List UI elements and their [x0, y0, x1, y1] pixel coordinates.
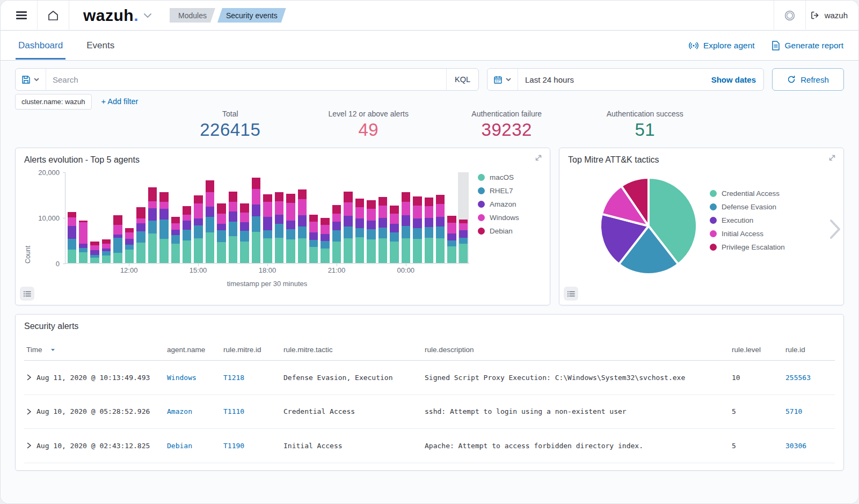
bar-segment-macos[interactable] [113, 253, 122, 263]
bar-segment-macos[interactable] [413, 239, 421, 263]
bar-segment-debian[interactable] [113, 215, 122, 225]
legend-toggle-button[interactable] [20, 287, 34, 301]
bar-segment-macos[interactable] [90, 258, 99, 263]
bar-segment-macos[interactable] [344, 238, 352, 263]
bar-segment-rhel7[interactable] [459, 238, 468, 244]
bar-segment-amazon[interactable] [125, 239, 134, 245]
bar-segment-windows[interactable] [252, 189, 260, 204]
bar-segment-macos[interactable] [229, 236, 237, 263]
show-dates-button[interactable]: Show dates [704, 75, 763, 84]
bar-segment-windows[interactable] [240, 213, 249, 222]
explore-agent-button[interactable]: Explore agent [688, 40, 755, 51]
bar-segment-debian[interactable] [402, 192, 410, 202]
bar-segment-rhel7[interactable] [413, 228, 421, 239]
bar-segment-rhel7[interactable] [68, 239, 76, 249]
bar-segment-rhel7[interactable] [206, 217, 214, 232]
bar-segment-amazon[interactable] [171, 230, 180, 235]
bar-segment-debian[interactable] [148, 187, 157, 201]
cell-mitre_id[interactable]: T1190 [223, 442, 283, 450]
bar-segment-macos[interactable] [402, 238, 410, 263]
legend-item-amazon[interactable]: Amazon [478, 200, 541, 208]
bar-segment-rhel7[interactable] [390, 232, 398, 242]
expand-panel-button[interactable] [827, 153, 838, 164]
bar-segment-windows[interactable] [113, 225, 122, 235]
bar-segment-macos[interactable] [183, 240, 191, 263]
bar-segment-windows[interactable] [344, 202, 352, 216]
bar-segment-windows[interactable] [367, 209, 375, 221]
bar-segment-windows[interactable] [79, 222, 88, 244]
bar-segment-macos[interactable] [321, 249, 329, 263]
bar-segment-rhel7[interactable] [229, 222, 237, 236]
bar-segment-debian[interactable] [309, 215, 318, 222]
bar-segment-windows[interactable] [217, 214, 225, 224]
bar-segment-debian[interactable] [217, 203, 225, 214]
bar-segment-windows[interactable] [136, 218, 145, 223]
bar-segment-macos[interactable] [148, 233, 157, 263]
bar-segment-rhel7[interactable] [298, 227, 307, 239]
bar-segment-windows[interactable] [390, 214, 398, 224]
bar-segment-amazon[interactable] [321, 234, 329, 241]
bar-segment-windows[interactable] [447, 223, 456, 233]
column-header-time[interactable]: Time [26, 346, 167, 354]
bar-segment-windows[interactable] [378, 206, 387, 218]
bar-segment-debian[interactable] [229, 192, 237, 202]
bar-segment-debian[interactable] [425, 198, 433, 206]
bar-segment-debian[interactable] [286, 194, 295, 203]
bar-segment-debian[interactable] [390, 206, 398, 214]
bar-segment-rhel7[interactable] [378, 228, 387, 238]
bar-segment-windows[interactable] [194, 203, 202, 218]
time-range-value[interactable]: Last 24 hours [518, 75, 704, 84]
bar-segment-windows[interactable] [206, 192, 214, 207]
bar-segment-macos[interactable] [194, 238, 202, 263]
bar-segment-amazon[interactable] [79, 244, 88, 248]
bar-segment-debian[interactable] [459, 220, 468, 223]
cell-mitre_id[interactable]: T1218 [223, 374, 283, 382]
bar-segment-windows[interactable] [425, 206, 433, 218]
legend-toggle-button[interactable] [564, 287, 578, 301]
bar-segment-amazon[interactable] [286, 221, 295, 229]
legend-item-macos[interactable]: macOS [478, 173, 541, 181]
bar-segment-windows[interactable] [229, 202, 237, 211]
bar-segment-windows[interactable] [298, 199, 307, 215]
date-picker-calendar-button[interactable] [487, 69, 518, 90]
bar-segment-amazon[interactable] [355, 218, 364, 228]
cell-rule_id[interactable]: 30306 [785, 442, 833, 450]
bar-segment-amazon[interactable] [275, 215, 283, 224]
bar-segment-windows[interactable] [148, 201, 157, 208]
bar-segment-amazon[interactable] [402, 215, 410, 225]
bar-segment-macos[interactable] [206, 232, 214, 263]
bar-segment-amazon[interactable] [159, 209, 168, 219]
bar-segment-amazon[interactable] [390, 224, 398, 232]
bar-segment-debian[interactable] [321, 218, 329, 225]
saved-queries-button[interactable] [16, 69, 46, 90]
bar-segment-macos[interactable] [378, 238, 387, 263]
cell-rule_id[interactable]: 5710 [785, 407, 833, 415]
bar-segment-amazon[interactable] [447, 233, 456, 240]
row-expand-button[interactable] [26, 442, 32, 449]
bar-segment-rhel7[interactable] [113, 238, 122, 253]
bar-segment-rhel7[interactable] [125, 245, 134, 249]
bar-segment-rhel7[interactable] [217, 230, 225, 242]
filter-chip[interactable]: cluster.name: wazuh [15, 94, 92, 109]
expand-panel-button[interactable] [534, 153, 544, 164]
bar-segment-debian[interactable] [171, 217, 180, 223]
bar-segment-debian[interactable] [68, 212, 76, 217]
search-input[interactable] [46, 75, 446, 84]
bar-segment-macos[interactable] [240, 242, 249, 263]
bar-segment-debian[interactable] [413, 196, 421, 206]
bar-segment-windows[interactable] [332, 214, 341, 222]
bar-segment-amazon[interactable] [309, 232, 318, 240]
cell-agent[interactable]: Amazon [167, 407, 223, 415]
generate-report-button[interactable]: Generate report [771, 40, 843, 51]
bar-segment-macos[interactable] [309, 247, 318, 263]
logo-dropdown-chevron-icon[interactable] [142, 10, 154, 21]
bar-segment-rhel7[interactable] [171, 235, 180, 243]
bar-segment-windows[interactable] [459, 223, 468, 231]
bar-segment-macos[interactable] [436, 238, 445, 263]
bar-segment-windows[interactable] [355, 207, 364, 218]
bar-segment-rhel7[interactable] [263, 230, 272, 238]
bar-segment-amazon[interactable] [136, 223, 145, 231]
cell-agent[interactable]: Debian [167, 442, 223, 450]
bar-segment-amazon[interactable] [378, 218, 387, 228]
legend-item-windows[interactable]: Windows [478, 214, 541, 222]
